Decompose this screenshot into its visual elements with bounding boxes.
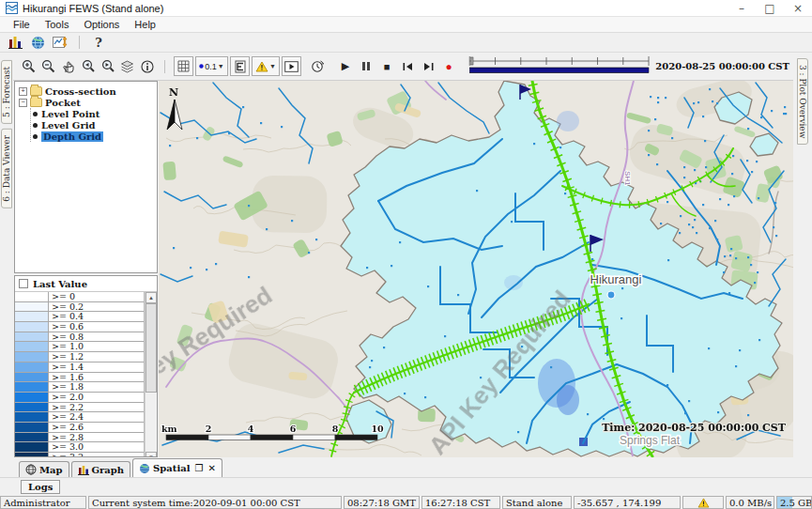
status-local-time: 16:27:18 CST [421, 496, 500, 509]
tab-map[interactable]: Map [19, 461, 69, 477]
map-canvas[interactable]: API Key Required API Key Required Hikura… [159, 81, 793, 457]
zoom-previous-icon[interactable] [78, 56, 98, 76]
record-button[interactable]: ● [438, 57, 459, 76]
label-hikurangi: Hikurangi [590, 272, 642, 286]
tree-label: Pocket [45, 98, 81, 108]
timeline-handle[interactable] [471, 57, 474, 65]
application-window: Hikurangi FEWS (Stand alone) – □ × File … [0, 0, 812, 509]
menu-tools[interactable]: Tools [38, 19, 77, 30]
tab-plot-overview[interactable]: 3 : Plot Overview [797, 58, 808, 145]
database-viewer-icon[interactable] [4, 34, 26, 52]
legend-swatch [15, 382, 49, 392]
tree-label: Cross-section [45, 86, 116, 97]
zoom-next-icon[interactable] [98, 56, 117, 76]
menu-help[interactable]: Help [127, 19, 163, 30]
status-bar: Administrator Current system time:2020-0… [0, 496, 812, 509]
gauge-marker-icon[interactable] [607, 291, 615, 299]
tree-node-level-point[interactable]: Level Point [31, 108, 155, 119]
class-threshold-dropdown[interactable]: 0.1 ▼ [195, 56, 228, 76]
pause-icon [362, 62, 370, 70]
main-toolbar: ? [0, 33, 812, 53]
time-settings-icon[interactable] [308, 56, 328, 76]
tree-node-level-grid[interactable]: Level Grid [31, 119, 155, 131]
legend-swatch [15, 332, 49, 342]
legend-swatch [15, 403, 49, 412]
warning-icon [697, 498, 710, 508]
tree-node-pocket[interactable]: − Pocket [17, 97, 155, 108]
step-to-start-button[interactable] [397, 57, 418, 76]
toolbar-separator [79, 36, 80, 49]
legend-row: >= 3.2 [15, 453, 144, 457]
grid-display-button[interactable] [174, 56, 193, 76]
tree-node-depth-grid[interactable]: Depth Grid [31, 131, 155, 142]
close-tab-icon[interactable]: ✕ [207, 463, 215, 473]
legend-swatch [15, 302, 49, 312]
north-label: N [169, 86, 178, 99]
menu-file[interactable]: File [6, 19, 38, 30]
tree-label: Level Grid [41, 120, 95, 131]
legend-swatch [15, 423, 49, 432]
window-title: Hikurangi FEWS (Stand alone) [23, 3, 163, 14]
title-bar: Hikurangi FEWS (Stand alone) – □ × [0, 0, 812, 17]
longitudinal-profile-button[interactable] [230, 56, 250, 76]
stop-button[interactable]: ■ [376, 57, 397, 76]
legend-swatch [15, 442, 49, 452]
scroll-down-icon[interactable]: ▼ [146, 452, 157, 457]
status-warning-cell[interactable] [682, 496, 724, 509]
legend-swatch [15, 433, 49, 442]
layer-bullet-icon [33, 134, 38, 139]
layers-icon[interactable] [117, 56, 137, 76]
thresholds-warning-dropdown[interactable]: ▼ [252, 56, 280, 76]
menu-options[interactable]: Options [76, 19, 127, 30]
sidebar: + Cross-section − Pocket Lev [13, 81, 159, 457]
logs-button[interactable]: Logs [21, 480, 60, 494]
scrollbar-track[interactable] [146, 303, 157, 452]
label-road-sh1: SH1 [623, 171, 632, 186]
status-memory: 2.5 GB [776, 496, 812, 509]
last-value-checkbox[interactable] [19, 279, 28, 288]
animation-display-button[interactable] [282, 56, 301, 76]
float-panel-icon[interactable]: ❐ [195, 463, 204, 473]
bottom-tab-bar: Map Graph Spatial ❐ ✕ [0, 457, 812, 478]
tab-graph[interactable]: Graph [71, 461, 131, 477]
timeline-ruler [468, 54, 650, 75]
legend-swatch [15, 362, 49, 372]
minimize-icon[interactable]: – [728, 0, 756, 16]
left-tab-strip: 5 : Forecast 6 : Data Viewer [0, 53, 13, 457]
tab-forecast[interactable]: 5 : Forecast [1, 60, 12, 124]
tab-spatial[interactable]: Spatial ❐ ✕ [132, 458, 222, 477]
timeseries-display-icon[interactable] [49, 34, 71, 52]
legend-swatch [15, 322, 49, 332]
zoom-in-icon[interactable] [19, 56, 38, 76]
scrollbar-thumb[interactable] [146, 303, 157, 393]
legend-row: >= 1.4 [15, 362, 144, 373]
zoom-out-icon[interactable] [38, 56, 58, 76]
collapse-icon[interactable]: − [19, 99, 27, 107]
legend-swatch [15, 342, 49, 351]
legend-swatch [15, 393, 49, 402]
layers-tree: + Cross-section − Pocket Lev [14, 81, 158, 273]
help-button[interactable]: ? [87, 34, 110, 52]
pause-button[interactable] [356, 57, 376, 76]
current-datetime-label: 2020-08-25 00:00:00 CST [655, 61, 789, 71]
spatial-display-icon[interactable] [26, 34, 49, 52]
expand-icon[interactable]: + [19, 87, 27, 96]
scroll-up-icon[interactable]: ▲ [146, 292, 157, 303]
pan-hand-icon[interactable] [58, 56, 78, 76]
timeline-slider[interactable] [468, 54, 650, 79]
layer-bullet-icon [33, 123, 38, 128]
close-icon[interactable]: × [784, 0, 812, 16]
svg-text:10: 10 [371, 424, 384, 434]
menu-bar: File Tools Options Help [0, 17, 812, 33]
bar-chart-icon [78, 465, 89, 475]
scalebar-unit: km [161, 424, 177, 434]
legend-scrollbar[interactable]: ▲ ▼ [145, 292, 157, 457]
maximize-icon[interactable]: □ [756, 0, 784, 16]
tab-data-viewer[interactable]: 6 : Data Viewer [1, 129, 12, 208]
step-to-end-button[interactable] [418, 57, 438, 76]
svg-text:4: 4 [248, 424, 254, 434]
info-icon[interactable] [137, 56, 157, 76]
play-button[interactable]: ▶ [335, 57, 356, 76]
svg-text:2: 2 [206, 424, 212, 434]
legend-swatch [15, 412, 49, 422]
